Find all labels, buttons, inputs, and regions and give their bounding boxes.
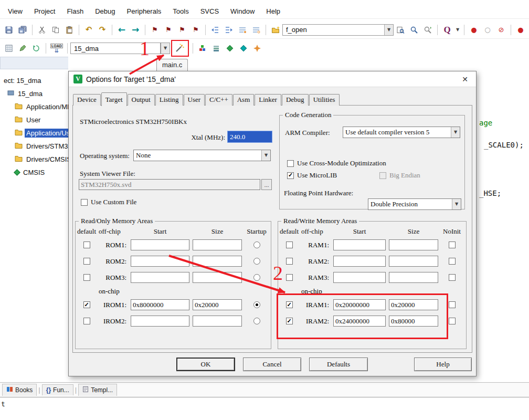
tree-item-application-user[interactable]: Application/Use [15,127,68,139]
chevron-down-icon[interactable]: ▼ [454,24,461,36]
irom2-startup-radio[interactable] [253,318,260,324]
paste-icon[interactable] [63,24,76,36]
fp-hardware-select[interactable]: Double Precision ▼ [368,198,461,210]
ram1-default-checkbox[interactable] [286,242,293,248]
options-for-target-icon[interactable] [174,43,186,54]
save-all-icon[interactable] [16,24,29,36]
irom2-size-input[interactable] [193,316,242,327]
nav-back-icon[interactable]: ← [115,24,128,36]
incremental-find-icon[interactable] [421,24,434,36]
rom1-startup-radio[interactable] [253,242,260,248]
rom3-startup-radio[interactable] [253,274,260,281]
rom3-start-input[interactable] [131,272,189,283]
menu-svcs[interactable]: SVCS [195,5,225,18]
ram3-size-input[interactable] [389,272,438,283]
pack-installer-icon[interactable] [237,43,250,54]
rom3-default-checkbox[interactable] [83,274,90,281]
cut-icon[interactable] [36,24,48,36]
tab-utilities[interactable]: Utilities [309,94,340,106]
menu-debug[interactable]: Debug [89,5,121,18]
search-text-combo[interactable]: f_open ▼ [282,24,394,36]
ram2-default-checkbox[interactable] [286,258,293,265]
tree-item-drivers-cmsis[interactable]: Drivers/CMSIS [15,153,68,165]
undo-icon[interactable]: ↶ [82,24,95,36]
ram2-size-input[interactable] [389,256,438,267]
iram1-default-checkbox[interactable] [286,301,293,308]
tab-listing[interactable]: Listing [155,94,183,106]
menu-tools[interactable]: Tools [167,5,194,18]
redo-icon[interactable]: ↷ [96,24,109,36]
defaults-button[interactable]: Defaults [309,358,368,371]
iram1-noinit-checkbox[interactable] [449,301,456,308]
manage-components-icon[interactable] [210,43,223,54]
tab-target[interactable]: Target [101,92,127,106]
menu-project[interactable]: Project [28,5,61,18]
operating-system-select[interactable]: None ▼ [133,150,271,161]
open-folder-icon[interactable] [269,24,282,36]
indent-icon[interactable] [223,24,235,36]
ram3-start-input[interactable] [333,272,386,283]
rom2-startup-radio[interactable] [253,258,260,265]
rom3-size-input[interactable] [193,272,242,283]
iram2-noinit-checkbox[interactable] [449,318,456,324]
irom1-startup-radio[interactable] [253,301,260,308]
ram1-start-input[interactable] [333,239,386,250]
bookmark-prev-icon[interactable]: ⚑ [162,24,175,36]
breakpoint-kill-icon[interactable]: ⊘ [495,24,507,36]
ok-button[interactable]: OK [176,358,235,371]
iram2-size-input[interactable]: 0x80000 [389,316,438,327]
iram1-start-input[interactable]: 0x20000000 [333,299,386,310]
bookmark-clear-icon[interactable]: ⚑ [189,24,202,36]
select-software-packs-icon[interactable] [224,43,236,54]
rom1-start-input[interactable] [131,239,189,250]
iram1-size-input[interactable]: 0x20000 [389,299,438,310]
tab-templates[interactable]: Templ... [78,384,117,396]
tree-item-drivers-stm32[interactable]: Drivers/STM32H [15,140,68,152]
breakpoint-disable-icon[interactable]: ○ [481,24,494,36]
irom2-default-checkbox[interactable] [83,318,90,324]
bookmark-next-icon[interactable]: ⚑ [176,24,188,36]
chevron-down-icon[interactable]: ▼ [384,25,393,35]
xtal-input[interactable]: 240.0 [228,131,272,142]
tab-user[interactable]: User [184,94,205,106]
menu-peripherals[interactable]: Peripherals [121,5,167,18]
tab-books[interactable]: Books [2,384,37,396]
iram2-start-input[interactable]: 0x24000000 [333,316,386,327]
help-button[interactable]: Help [414,358,472,371]
irom1-default-checkbox[interactable] [83,301,90,308]
tree-item-target[interactable]: 15_dma [7,88,44,99]
find-in-files-icon[interactable] [394,24,407,36]
tree-item-cmsis[interactable]: CMSIS [15,166,46,178]
target-select-combo[interactable]: 15_dma [70,43,161,54]
run-time-environment-icon[interactable] [251,43,263,54]
cross-module-checkbox[interactable] [287,160,294,167]
ram2-start-input[interactable] [333,256,386,267]
tab-asm[interactable]: Asm [233,94,255,106]
tab-output[interactable]: Output [128,94,155,106]
tree-item-application-mdk[interactable]: Application/MD [15,101,68,112]
nav-forward-icon[interactable]: → [129,24,142,36]
rom1-default-checkbox[interactable] [83,242,90,248]
microlib-checkbox[interactable] [287,172,294,179]
ram1-size-input[interactable] [389,239,438,250]
q-search-icon[interactable]: Q [441,24,453,36]
find-icon[interactable] [408,24,420,36]
menu-window[interactable]: Window [225,5,260,18]
target-select-dropdown[interactable]: ▼ [161,43,170,54]
save-icon[interactable] [3,24,15,36]
dialog-close-icon[interactable]: ✕ [459,74,471,85]
breakpoint-icon[interactable]: ● [468,24,480,36]
arm-compiler-select[interactable]: Use default compiler version 5 ▼ [343,127,460,138]
iram2-default-checkbox[interactable] [286,318,293,324]
rebuild-icon[interactable] [30,43,43,54]
ram2-noinit-checkbox[interactable] [449,258,456,265]
system-viewer-file-input[interactable]: STM32H750x.svd [79,179,260,190]
cancel-button[interactable]: Cancel [243,358,301,371]
translate-icon[interactable] [3,43,15,54]
uncomment-icon[interactable] [250,24,262,36]
big-endian-checkbox[interactable] [379,172,386,179]
rom2-size-input[interactable] [193,256,242,267]
irom1-start-input[interactable]: 0x8000000 [131,299,189,310]
use-custom-file-checkbox[interactable] [81,199,88,206]
browse-button[interactable]: ... [261,179,272,190]
